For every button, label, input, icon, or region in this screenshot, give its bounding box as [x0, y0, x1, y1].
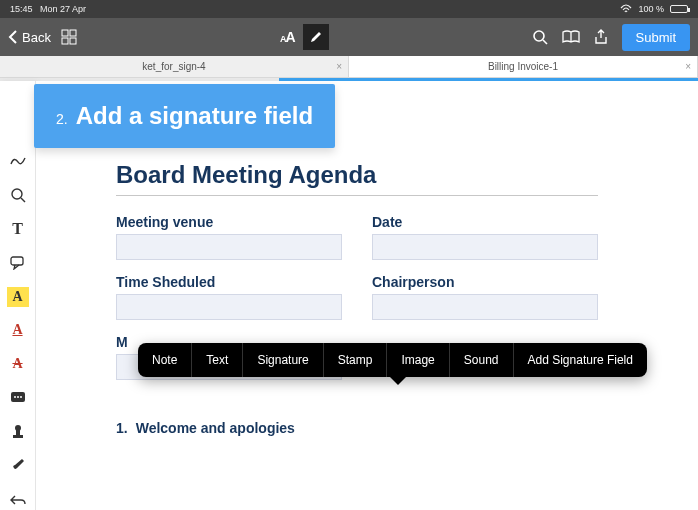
tab-label: ket_for_sign-4: [142, 61, 205, 72]
svg-point-11: [17, 396, 19, 398]
status-time: 15:45: [10, 4, 33, 14]
wifi-icon: [620, 4, 632, 14]
tab-1[interactable]: Billing Invoice-1 ×: [349, 56, 698, 77]
popover-note[interactable]: Note: [138, 343, 192, 377]
popover-sound[interactable]: Sound: [450, 343, 514, 377]
svg-point-10: [14, 396, 16, 398]
field-label: Date: [372, 214, 598, 230]
back-button[interactable]: Back: [8, 30, 51, 45]
svg-rect-3: [70, 38, 76, 44]
status-time-date: 15:45 Mon 27 Apr: [10, 4, 86, 14]
field-label: Meeting venue: [116, 214, 342, 230]
svg-rect-2: [62, 38, 68, 44]
undo-tool[interactable]: [7, 490, 29, 510]
book-icon: [562, 30, 580, 44]
title-divider: [116, 195, 598, 196]
svg-point-12: [20, 396, 22, 398]
popover-image[interactable]: Image: [387, 343, 449, 377]
field-input[interactable]: [372, 234, 598, 260]
agenda-index: 1.: [116, 420, 128, 436]
battery-percent: 100 %: [638, 4, 664, 14]
callout-tool[interactable]: [7, 253, 29, 273]
brush-tool[interactable]: [7, 456, 29, 476]
svg-rect-0: [62, 30, 68, 36]
field-date: Date: [372, 214, 598, 260]
field-input[interactable]: [116, 294, 342, 320]
annotate-button[interactable]: [303, 24, 329, 50]
field-input[interactable]: [372, 294, 598, 320]
underline-tool[interactable]: A: [7, 321, 29, 341]
highlight-tool[interactable]: A: [7, 287, 29, 307]
battery-icon: [670, 5, 688, 13]
tab-0[interactable]: ket_for_sign-4 ×: [0, 56, 349, 77]
agenda-item-1: 1. Welcome and apologies: [116, 420, 598, 436]
field-label: Time Sheduled: [116, 274, 342, 290]
hint-step-number: 2.: [56, 111, 68, 127]
svg-point-4: [534, 31, 544, 41]
pencil-icon: [309, 30, 323, 44]
back-label: Back: [22, 30, 51, 45]
field-chairperson: Chairperson: [372, 274, 598, 320]
grid-view-button[interactable]: [61, 29, 77, 45]
text-tool[interactable]: T: [7, 219, 29, 239]
svg-rect-8: [11, 257, 23, 265]
zoom-tool[interactable]: [7, 185, 29, 205]
tab-close-icon[interactable]: ×: [685, 61, 691, 72]
status-bar: 15:45 Mon 27 Apr 100 %: [0, 0, 698, 18]
share-button[interactable]: [594, 29, 608, 45]
field-time-scheduled: Time Sheduled: [116, 274, 342, 320]
annotation-popover: Note Text Signature Stamp Image Sound Ad…: [138, 343, 647, 377]
submit-button[interactable]: Submit: [622, 24, 690, 51]
field-label: Chairperson: [372, 274, 598, 290]
search-icon: [532, 29, 548, 45]
popover-text[interactable]: Text: [192, 343, 243, 377]
svg-rect-14: [16, 430, 20, 435]
note-tool[interactable]: [7, 388, 29, 408]
document-tabs: ket_for_sign-4 × Billing Invoice-1 ×: [0, 56, 698, 78]
svg-rect-1: [70, 30, 76, 36]
popover-add-signature-field[interactable]: Add Signature Field: [514, 343, 647, 377]
svg-point-6: [12, 189, 22, 199]
tutorial-hint: 2. Add a signature field: [34, 84, 335, 148]
field-meeting-venue: Meeting venue: [116, 214, 342, 260]
text-size-button[interactable]: AA: [280, 29, 295, 45]
annotation-tool-column: T A A A: [0, 81, 36, 510]
status-date: Mon 27 Apr: [40, 4, 86, 14]
tab-label: Billing Invoice-1: [488, 61, 558, 72]
grid-icon: [61, 29, 77, 45]
svg-line-5: [543, 40, 547, 44]
agenda-text: Welcome and apologies: [136, 420, 295, 436]
stamp-tool[interactable]: [7, 422, 29, 442]
popover-stamp[interactable]: Stamp: [324, 343, 388, 377]
freehand-tool[interactable]: [7, 151, 29, 171]
share-icon: [594, 29, 608, 45]
strikeout-tool[interactable]: A: [7, 354, 29, 374]
top-toolbar: Back AA: [0, 18, 698, 56]
bookmarks-button[interactable]: [562, 30, 580, 44]
search-button[interactable]: [532, 29, 548, 45]
chevron-left-icon: [8, 30, 18, 44]
hint-text: Add a signature field: [76, 102, 313, 130]
field-input[interactable]: [116, 234, 342, 260]
app-frame: 15:45 Mon 27 Apr 100 % Back AA: [0, 0, 698, 510]
popover-signature[interactable]: Signature: [243, 343, 323, 377]
document-title: Board Meeting Agenda: [116, 161, 598, 189]
tab-close-icon[interactable]: ×: [336, 61, 342, 72]
svg-line-7: [21, 198, 25, 202]
svg-rect-15: [13, 435, 23, 438]
